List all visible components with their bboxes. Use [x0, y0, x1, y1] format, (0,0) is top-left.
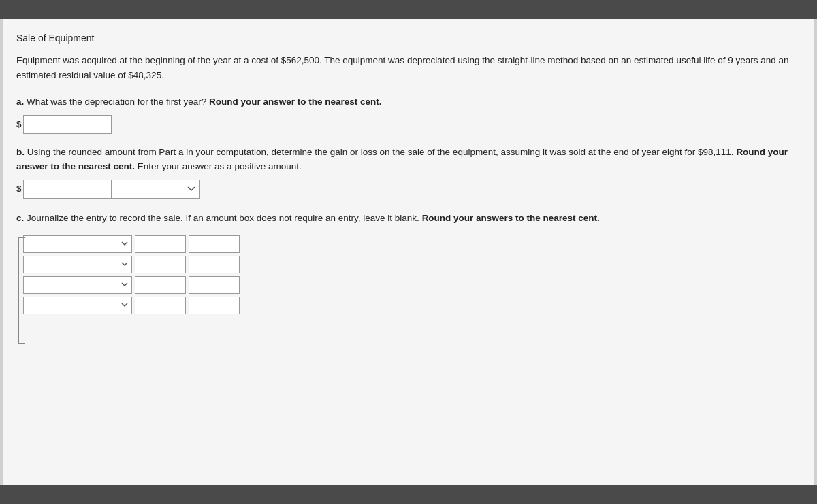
section-c: c. Journalize the entry to record the sa… [16, 211, 801, 314]
question-b-body: Using the rounded amount from Part a in … [27, 147, 737, 157]
journal-credit-3[interactable] [189, 276, 240, 294]
journal-row-3: Accumulated Depreciation Cash Equipment … [23, 276, 801, 294]
question-b-suffix: Enter your answer as a positive amount. [135, 161, 302, 171]
section-a: a. What was the depreciation for the fir… [16, 95, 801, 134]
question-b-input-row: $ Loss Gain [16, 180, 801, 199]
bracket-decoration [18, 237, 25, 344]
section-b: b. Using the rounded amount from Part a … [16, 145, 801, 199]
question-a-body: What was the depreciation for the first … [27, 97, 209, 107]
top-bar [0, 0, 817, 19]
content-area: Sale of Equipment Equipment was acquired… [3, 19, 814, 485]
journal-row-1: Accumulated Depreciation Cash Equipment … [23, 235, 801, 253]
intro-text: Equipment was acquired at the beginning … [16, 53, 801, 82]
question-a-bold: Round your answer to the nearest cent. [209, 97, 382, 107]
journal-account-select-1[interactable]: Accumulated Depreciation Cash Equipment … [23, 235, 132, 253]
page-title: Sale of Equipment [16, 33, 801, 44]
bottom-bar [0, 485, 817, 504]
journal-container: Accumulated Depreciation Cash Equipment … [23, 235, 801, 314]
question-b-text: b. Using the rounded amount from Part a … [16, 145, 801, 174]
journal-credit-1[interactable] [189, 235, 240, 253]
journal-account-select-2[interactable]: Accumulated Depreciation Cash Equipment … [23, 256, 132, 273]
question-a-input[interactable] [23, 115, 112, 134]
journal-debit-1[interactable] [135, 235, 186, 253]
journal-row-4: Accumulated Depreciation Cash Equipment … [23, 297, 801, 314]
question-c-text: c. Journalize the entry to record the sa… [16, 211, 801, 226]
journal-row-2: Accumulated Depreciation Cash Equipment … [23, 256, 801, 273]
question-b-amount-input[interactable] [23, 180, 112, 199]
question-b-dollar: $ [16, 184, 22, 194]
journal-account-select-3[interactable]: Accumulated Depreciation Cash Equipment … [23, 276, 132, 294]
journal-credit-4[interactable] [189, 297, 240, 314]
question-c-label: c. [16, 213, 24, 223]
journal-debit-2[interactable] [135, 256, 186, 273]
question-c-bold: Round your answers to the nearest cent. [422, 213, 600, 223]
journal-debit-3[interactable] [135, 276, 186, 294]
question-a-dollar: $ [16, 119, 22, 129]
journal-debit-4[interactable] [135, 297, 186, 314]
question-a-label: a. [16, 97, 24, 107]
question-a-input-row: $ [16, 115, 801, 134]
question-b-type-select[interactable]: Loss Gain [112, 180, 200, 199]
question-c-body: Journalize the entry to record the sale.… [27, 213, 422, 223]
journal-account-select-4[interactable]: Accumulated Depreciation Cash Equipment … [23, 297, 132, 314]
question-a-text: a. What was the depreciation for the fir… [16, 95, 801, 110]
question-b-label: b. [16, 147, 25, 157]
journal-credit-2[interactable] [189, 256, 240, 273]
